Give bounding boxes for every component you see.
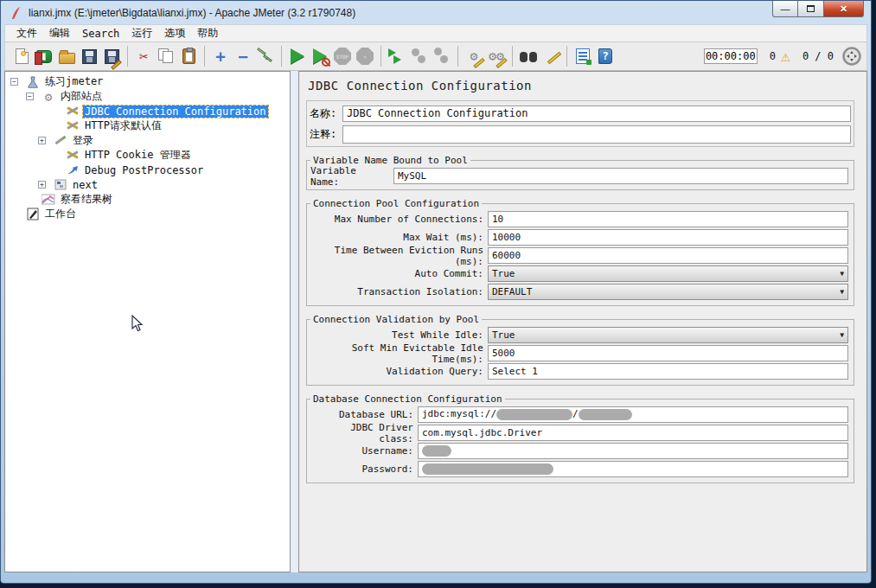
menu-search[interactable]: Search bbox=[76, 26, 125, 42]
paste-button[interactable] bbox=[177, 45, 200, 67]
templates-button[interactable] bbox=[33, 45, 55, 67]
search-button[interactable] bbox=[517, 45, 540, 67]
soft-min-evictable-field[interactable] bbox=[488, 345, 848, 361]
username-field[interactable] bbox=[418, 443, 848, 459]
tree-item-label-selected[interactable]: JDBC Connection Configuration bbox=[83, 105, 268, 118]
max-wait-field[interactable] bbox=[488, 229, 848, 246]
auto-commit-select[interactable]: True ▼ bbox=[488, 265, 848, 282]
save-as-button[interactable] bbox=[100, 45, 123, 67]
toolbar-separator bbox=[566, 46, 567, 67]
redacted-username bbox=[422, 445, 451, 457]
collapse-toggle-icon[interactable]: − bbox=[26, 93, 34, 100]
open-button[interactable] bbox=[55, 45, 78, 67]
clear-button[interactable]: ⚙ bbox=[463, 45, 485, 67]
tree-item-label[interactable]: 内部站点 bbox=[59, 89, 104, 104]
config-element-icon bbox=[65, 105, 80, 118]
tree-item-label[interactable]: HTTP Cookie 管理器 bbox=[83, 148, 193, 163]
help-button[interactable]: ? bbox=[594, 45, 617, 67]
menu-help[interactable]: 帮助 bbox=[191, 24, 224, 42]
clear-all-button[interactable]: ⚙⚙ bbox=[485, 45, 508, 67]
autoscroll-toggle-icon[interactable] bbox=[842, 47, 861, 66]
warning-triangle-icon[interactable]: ⚠ bbox=[781, 48, 790, 64]
tree-item-next[interactable]: + next bbox=[38, 177, 290, 192]
tree-item-login[interactable]: + 登录 bbox=[38, 133, 290, 148]
tree-item-label[interactable]: 工作台 bbox=[43, 207, 78, 221]
validation-query-field[interactable] bbox=[488, 363, 848, 380]
maximize-button[interactable] bbox=[798, 1, 824, 17]
expand-toggle-icon[interactable]: + bbox=[38, 181, 46, 189]
tree-item-label[interactable]: 练习jmeter bbox=[43, 74, 105, 89]
tree-item-workbench[interactable]: 工作台 bbox=[10, 207, 290, 221]
copy-button[interactable] bbox=[155, 45, 177, 67]
tree-item-cookie-manager[interactable]: HTTP Cookie 管理器 bbox=[50, 148, 290, 163]
new-button[interactable] bbox=[10, 45, 33, 67]
collapse-toggle-icon[interactable]: − bbox=[10, 78, 18, 86]
binoculars-icon bbox=[520, 52, 537, 64]
controller-icon bbox=[53, 178, 68, 191]
tree-item-http-defaults[interactable]: HTTP请求默认值 bbox=[50, 118, 290, 133]
stop-button[interactable]: STOP bbox=[331, 45, 354, 67]
expand-toggle-icon[interactable]: + bbox=[38, 137, 46, 144]
toolbar-separator bbox=[457, 46, 458, 67]
start-no-timers-button[interactable] bbox=[309, 45, 331, 67]
minimize-button[interactable]: — bbox=[772, 1, 798, 17]
tree-item-label[interactable]: next bbox=[71, 179, 99, 191]
auto-commit-value: True bbox=[492, 268, 515, 279]
variable-name-field[interactable] bbox=[393, 168, 848, 184]
jdbc-driver-field[interactable] bbox=[418, 425, 848, 441]
tree-item-thread-group[interactable]: − ⚙ 内部站点 bbox=[26, 89, 290, 104]
remote-shutdown-icon bbox=[434, 48, 442, 55]
tree-item-debug-postprocessor[interactable]: Debug PostProcessor bbox=[50, 163, 290, 177]
menu-edit[interactable]: 编辑 bbox=[43, 24, 76, 42]
eviction-runs-field[interactable] bbox=[488, 247, 848, 264]
save-button[interactable] bbox=[78, 45, 100, 67]
comment-field[interactable] bbox=[342, 125, 851, 144]
section-legend: Database Connection Configuration bbox=[310, 393, 505, 405]
test-while-idle-label: Test While Idle: bbox=[310, 329, 488, 341]
window-title: lianxi.jmx (E:\jmeter\Bigdata\lianxi.jmx… bbox=[29, 7, 355, 19]
variable-name-section: Variable Name Bound to Pool Variable Nam… bbox=[306, 155, 854, 190]
menu-options[interactable]: 选项 bbox=[158, 24, 191, 42]
close-button[interactable]: ✕ bbox=[824, 1, 864, 17]
toggle-button[interactable]: ↘ bbox=[254, 45, 277, 67]
view-results-tree-icon bbox=[41, 193, 56, 206]
tree-item-jdbc-config[interactable]: JDBC Connection Configuration bbox=[50, 104, 290, 118]
cut-scissors-icon: ✂ bbox=[139, 49, 148, 64]
tree-item-label[interactable]: 登录 bbox=[71, 133, 95, 148]
remote-start-all-button[interactable] bbox=[386, 45, 408, 67]
tree-item-view-results-tree[interactable]: 察看结果树 bbox=[26, 192, 290, 207]
tree-item-label[interactable]: 察看结果树 bbox=[59, 192, 114, 207]
post-processor-arrow-icon bbox=[65, 163, 80, 176]
function-helper-button[interactable] bbox=[572, 45, 594, 67]
help-book-icon: ? bbox=[598, 48, 612, 64]
redacted-dbname bbox=[579, 409, 632, 420]
transaction-isolation-select[interactable]: DEFAULT ▼ bbox=[488, 284, 848, 300]
soft-min-evictable-label: Soft Min Evictable Idle Time(ms): bbox=[310, 342, 488, 365]
remote-stop-all-button[interactable] bbox=[408, 45, 431, 67]
remote-shutdown-all-button[interactable] bbox=[431, 45, 453, 67]
split-pane-divider[interactable] bbox=[291, 71, 298, 572]
cut-button[interactable]: ✂ bbox=[132, 45, 155, 67]
database-url-field[interactable]: jdbc:mysql:/// bbox=[418, 406, 848, 423]
shutdown-button[interactable]: ✕ bbox=[354, 45, 376, 67]
eviction-runs-label: Time Between Eviction Runs (ms): bbox=[310, 245, 488, 267]
tree-item-label[interactable]: HTTP请求默认值 bbox=[83, 118, 163, 133]
tree-item-test-plan[interactable]: − 练习jmeter bbox=[10, 74, 290, 89]
section-legend: Connection Validation by Pool bbox=[310, 314, 482, 325]
tree-item-label[interactable]: Debug PostProcessor bbox=[83, 164, 205, 176]
toggle-pipettes-icon: ↘ bbox=[257, 48, 274, 65]
menu-run[interactable]: 运行 bbox=[125, 24, 158, 42]
max-connections-field[interactable] bbox=[488, 211, 848, 227]
database-url-prefix: jdbc:mysql:// bbox=[422, 408, 496, 419]
test-while-idle-select[interactable]: True ▼ bbox=[488, 327, 848, 343]
password-field[interactable] bbox=[418, 461, 848, 477]
toolbar-separator bbox=[380, 46, 381, 67]
menu-file[interactable]: 文件 bbox=[10, 24, 43, 42]
name-field[interactable] bbox=[342, 105, 851, 122]
start-button[interactable] bbox=[286, 45, 309, 67]
search-reset-button[interactable] bbox=[540, 45, 562, 67]
error-count[interactable]: 0 bbox=[770, 50, 776, 62]
collapse-all-button[interactable]: − bbox=[232, 45, 254, 67]
page-title: JDBC Connection Configuration bbox=[308, 79, 854, 93]
expand-all-button[interactable]: + bbox=[209, 45, 232, 67]
